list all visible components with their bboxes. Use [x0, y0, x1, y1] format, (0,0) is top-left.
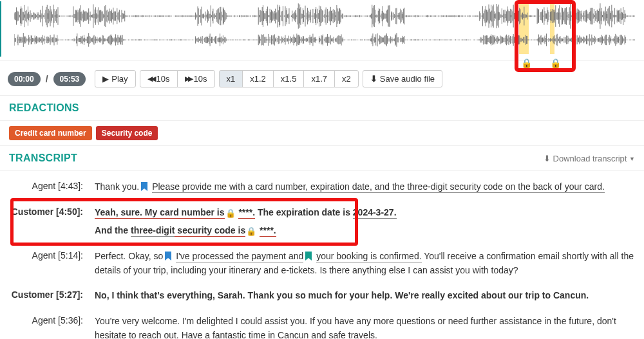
transcript-row: Customer [4:50]:Yeah, sure. My card numb… [9, 201, 635, 244]
transcript-span: Perfect. Okay, so [95, 251, 163, 261]
redaction-tag[interactable]: Security code [96, 126, 158, 140]
download-icon: ⬇ [544, 154, 551, 163]
transcript-span: The expiration date is [255, 207, 353, 217]
transcript-span: your booking is confirmed. [316, 251, 421, 262]
transcript-body: Agent [4:43]:Thank you. Please provide m… [0, 171, 644, 339]
transcript-speaker: Agent [5:36]: [9, 315, 83, 325]
transcript-span: ****. [238, 207, 255, 219]
transcript-span: I've processed the payment and [176, 251, 303, 262]
waveform-track-top[interactable] [14, 3, 635, 29]
save-audio-button[interactable]: ⬇ Save audio file [363, 70, 442, 87]
bookmark-icon [164, 252, 172, 261]
transcript-text: Yeah, sure. My card number is🔒 ****. The… [95, 206, 635, 238]
forward-10s-label: 10s [194, 74, 207, 84]
transcript-text: No, I think that's everything, Sarah. Th… [95, 289, 635, 303]
transcript-span: Please provide me with a card number, ex… [152, 181, 605, 193]
rewind-icon: ◀◀ [147, 75, 154, 83]
current-time: 00:00 [8, 72, 41, 86]
forward-10s-button[interactable]: ▶▶ 10s [177, 70, 215, 87]
chevron-down-icon: ▼ [629, 156, 635, 162]
transcript-row: Agent [4:43]:Thank you. Please provide m… [9, 175, 635, 201]
transcript-speaker: Customer [4:50]: [9, 206, 83, 217]
transcript-speaker: Agent [5:14]: [9, 250, 83, 261]
transcript-speaker: Agent [4:43]: [9, 180, 83, 191]
lock-icon: 🔒 [521, 58, 532, 68]
transcript-heading: TRANSCRIPT [9, 152, 77, 164]
playhead-cursor[interactable] [0, 1, 1, 57]
speed-x1.5-button[interactable]: x1.5 [273, 70, 305, 87]
speed-x1-button[interactable]: x1 [219, 70, 243, 87]
play-button[interactable]: ▶ Play [95, 70, 135, 87]
speed-x2-button[interactable]: x2 [334, 70, 359, 87]
lock-icon: 🔒 [550, 58, 561, 68]
redactions-section-header: REDACTIONS [0, 96, 644, 121]
speed-x1.7-button[interactable]: x1.7 [303, 70, 335, 87]
transcript-span: ****. [260, 225, 276, 237]
transcript-row: Customer [5:27]:No, I think that's every… [9, 284, 635, 309]
speed-buttons: x1x1.2x1.5x1.7x2 [219, 70, 359, 87]
fastforward-icon: ▶▶ [185, 75, 191, 83]
waveform-panel: 🔒🔒 [0, 0, 644, 61]
transcript-span: Thank you. [95, 181, 139, 192]
transcript-section-header: TRANSCRIPT ⬇ Download transcript ▼ [0, 146, 644, 171]
transcript-span: And the [95, 225, 131, 235]
download-transcript-label: Download transcript [553, 154, 627, 163]
bookmark-icon [305, 252, 312, 261]
transcript-span: security code is [175, 225, 245, 237]
download-transcript-button[interactable]: ⬇ Download transcript ▼ [544, 154, 635, 163]
speed-x1.2-button[interactable]: x1.2 [242, 70, 274, 87]
seek-buttons: ◀◀ 10s ▶▶ 10s [140, 70, 215, 87]
play-icon: ▶ [102, 74, 109, 84]
total-time: 05:53 [53, 72, 86, 86]
time-separator: / [44, 74, 50, 84]
waveform-track-bottom[interactable] [14, 29, 635, 51]
transcript-span: No, I think that's everything, Sarah. Th… [95, 290, 589, 300]
download-icon: ⬇ [370, 74, 377, 84]
transcript-row: Agent [5:36]:You're very welcome. I'm de… [9, 309, 635, 339]
transcript-text: Perfect. Okay, so I've processed the pay… [95, 250, 635, 277]
transcript-speaker: Customer [5:27]: [9, 289, 83, 300]
transcript-span: 2024-3-27. [353, 207, 397, 219]
transcript-span: three-digit [131, 225, 175, 237]
save-audio-label: Save audio file [380, 74, 435, 84]
back-10s-button[interactable]: ◀◀ 10s [140, 70, 178, 87]
redaction-tags: Credit card numberSecurity code [0, 121, 644, 146]
redaction-tag[interactable]: Credit card number [9, 126, 92, 140]
transcript-span: Yeah, sure. My card number is [95, 207, 225, 219]
lock-icon: 🔒 [246, 226, 256, 236]
transcript-text: You're very welcome. I'm delighted I cou… [95, 315, 635, 339]
back-10s-label: 10s [156, 74, 170, 84]
bookmark-icon [140, 182, 148, 191]
redactions-heading: REDACTIONS [9, 102, 635, 114]
lock-icon: 🔒 [225, 208, 236, 218]
transcript-span: You're very welcome. I'm delighted I cou… [95, 316, 616, 339]
transcript-row: Agent [5:14]:Perfect. Okay, so I've proc… [9, 244, 635, 284]
transcript-text: Thank you. Please provide me with a card… [95, 180, 635, 194]
play-label: Play [111, 74, 128, 84]
